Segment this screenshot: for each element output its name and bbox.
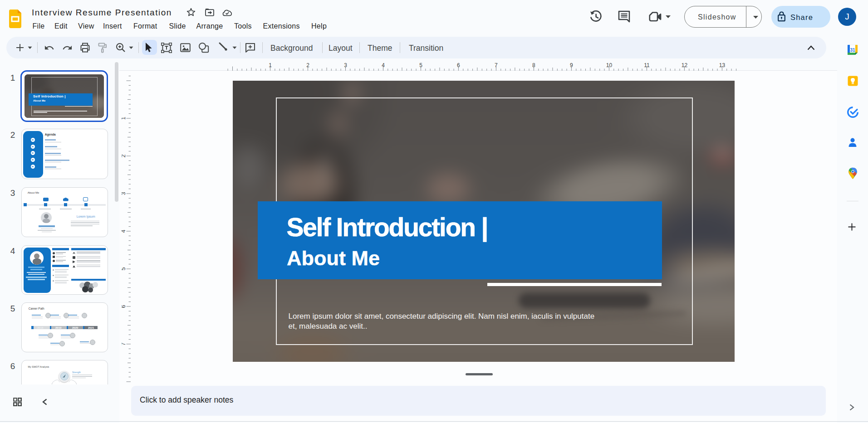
svg-text:1: 1 <box>269 62 272 68</box>
svg-text:2: 2 <box>122 154 127 157</box>
svg-text:11: 11 <box>644 62 650 68</box>
svg-text:3: 3 <box>122 192 127 195</box>
svg-text:10: 10 <box>606 62 613 68</box>
svg-text:9: 9 <box>570 62 573 68</box>
svg-text:7: 7 <box>122 342 127 345</box>
svg-text:5: 5 <box>122 267 127 270</box>
svg-text:5: 5 <box>419 62 422 68</box>
svg-text:8: 8 <box>532 62 535 68</box>
svg-text:4: 4 <box>122 229 127 233</box>
svg-text:1: 1 <box>122 117 127 120</box>
svg-text:6: 6 <box>122 305 127 308</box>
svg-text:4: 4 <box>382 62 385 68</box>
svg-text:31: 31 <box>850 48 855 53</box>
svg-text:13: 13 <box>719 62 726 68</box>
svg-text:3: 3 <box>344 62 347 68</box>
svg-text:7: 7 <box>495 62 498 68</box>
svg-text:6: 6 <box>457 62 460 68</box>
svg-text:2: 2 <box>306 62 309 68</box>
svg-text:12: 12 <box>682 62 688 68</box>
